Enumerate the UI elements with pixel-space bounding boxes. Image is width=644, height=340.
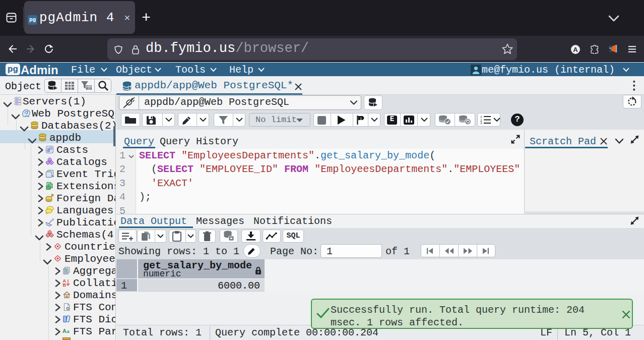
svg-text:1: 1 — [360, 117, 362, 121]
svg-text:w: w — [47, 146, 49, 150]
svg-text:3: 3 — [480, 121, 482, 124]
svg-text:A: A — [62, 328, 67, 334]
svg-text:B: B — [63, 282, 67, 287]
svg-text:a: a — [67, 329, 70, 334]
